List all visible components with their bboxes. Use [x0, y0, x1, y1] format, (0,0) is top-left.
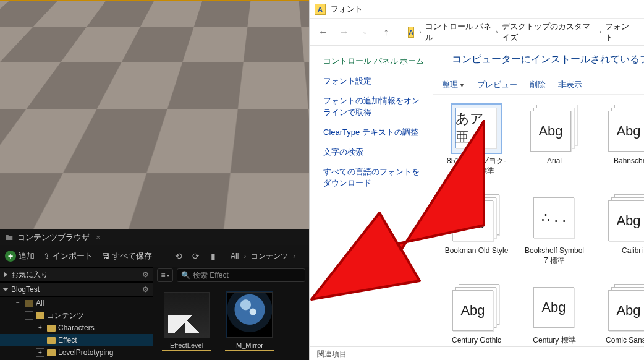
tree-row-levelproto[interactable]: LevelPrototyping — [0, 346, 153, 359]
window-title: A フォント — [310, 0, 644, 19]
font-folder-icon: A — [315, 4, 326, 15]
font-tile[interactable]: AbgBahnschrift — [600, 105, 644, 176]
font-name: Bookshelf Symbol 7 標準 — [522, 246, 587, 265]
nav-recent-button[interactable]: ⌄ — [358, 24, 373, 40]
nav-forward-button[interactable]: → — [337, 24, 352, 40]
font-tile[interactable]: AbgComic Sans MS — [600, 284, 644, 346]
font-name: Bookman Old Style — [445, 246, 509, 256]
page-heading: コンピューターにインストールされているフォントをプレビ — [433, 48, 644, 75]
folder-browse-icon — [5, 233, 14, 242]
chevron-down-icon: ▼ — [459, 82, 465, 88]
task-pane: コントロール パネル ホーム フォント設定 フォントの追加情報をオンラインで取得… — [310, 46, 433, 360]
footer-related: 関連項目 — [433, 346, 644, 360]
import-button[interactable]: ⇪ インポート — [43, 251, 93, 262]
chevron-right-icon: › — [600, 28, 601, 35]
add-button[interactable]: + 追加 — [5, 251, 35, 262]
nav-up-button[interactable]: ↑ — [378, 24, 393, 40]
tree-row-characters[interactable]: Characters — [0, 322, 153, 334]
search-icon: 🔍 — [181, 271, 190, 280]
toolbar-delete[interactable]: 削除 — [530, 79, 546, 90]
toolbar-preview[interactable]: プレビュー — [477, 79, 517, 90]
font-tile[interactable]: AbgCalibri — [600, 194, 644, 265]
history-fwd-icon[interactable]: ⟳ — [190, 250, 202, 262]
asset-m-mirror[interactable]: M_Mirror — [225, 292, 274, 351]
font-name: Century 標準 — [533, 336, 575, 346]
task-find-char[interactable]: 文字の検索 — [323, 147, 427, 158]
font-name: Bahnschrift — [614, 156, 644, 166]
chevron-right-icon: › — [293, 252, 295, 260]
font-sample: あア亜 — [455, 108, 496, 148]
font-name: Century Gothic — [452, 336, 501, 346]
task-font-settings[interactable]: フォント設定 — [323, 75, 427, 87]
font-sample: Abg — [452, 200, 493, 241]
viewport[interactable]: z — [0, 0, 309, 229]
font-sample: Abg — [608, 200, 644, 241]
history-back-icon[interactable]: ⟲ — [172, 250, 185, 262]
toolbar-hide[interactable]: 非表示 — [558, 79, 582, 90]
save-icon: 🖫 — [101, 252, 109, 261]
font-sample: Abg — [608, 290, 644, 331]
tree-row-effect[interactable]: Effect — [0, 334, 153, 346]
font-sample: ∴ ․ ․ — [533, 197, 574, 238]
font-tile[interactable]: AbgCentury Gothic — [444, 284, 509, 346]
chevron-right-icon: › — [419, 28, 421, 35]
plus-icon: + — [5, 251, 16, 262]
font-name: Calibri — [622, 246, 643, 256]
font-sample: Abg — [533, 287, 574, 328]
folder-icon[interactable]: ▮ — [207, 250, 219, 262]
nav-back-button[interactable]: ← — [316, 24, 331, 40]
content-browser-title: コンテンツブラウザ — [17, 232, 90, 243]
import-icon: ⇪ — [43, 252, 50, 261]
favorites-header[interactable]: お気に入り ⚙ — [0, 267, 153, 282]
asset-search-input[interactable]: 🔍 検索 Effect — [177, 268, 305, 282]
font-tile[interactable]: AbgCentury 標準 — [522, 284, 587, 346]
task-cp-home[interactable]: コントロール パネル ホーム — [323, 56, 427, 67]
chevron-down-icon — [2, 288, 9, 291]
font-tile[interactable]: あア亜851チカラヅヨク-かなA 標準 — [444, 105, 509, 176]
font-name: 851チカラヅヨク-かなA 標準 — [444, 156, 509, 176]
chevron-right-icon: › — [244, 252, 246, 260]
font-sample: Abg — [608, 111, 644, 152]
font-tile[interactable]: AbgArial — [522, 105, 587, 176]
task-cleartype[interactable]: ClearType テキストの調整 — [323, 127, 427, 138]
tree-row-contents[interactable]: コンテンツ — [0, 309, 153, 322]
font-sample: Abg — [530, 111, 571, 152]
breadcrumb[interactable]: All › コンテンツ › — [231, 251, 295, 262]
tree-row-all[interactable]: All — [0, 297, 153, 309]
asset-effectlevel[interactable]: EffectLevel — [162, 292, 211, 351]
project-header[interactable]: BlogTest ⚙ — [0, 282, 153, 297]
chevron-right-icon — [4, 272, 7, 278]
task-download-fonts[interactable]: すべての言語のフォントをダウンロード — [323, 166, 427, 189]
close-tab-icon[interactable]: × — [96, 233, 101, 242]
font-name: Comic Sans MS — [606, 336, 644, 346]
address-breadcrumb[interactable]: A › コントロール パネル › デスクトップのカスタマイズ › フォント — [399, 20, 638, 45]
axis-gizmo: z — [11, 191, 36, 215]
content-browser-tab[interactable]: コンテンツブラウザ × — [0, 229, 309, 245]
gear-icon[interactable]: ⚙ — [142, 285, 149, 294]
save-all-button[interactable]: 🖫 すべて保存 — [101, 251, 152, 262]
toolbar-organize[interactable]: 整理▼ — [442, 79, 465, 90]
chevron-right-icon: › — [496, 28, 498, 35]
font-name: Arial — [547, 156, 562, 166]
filter-button[interactable]: ≡▾ — [157, 268, 173, 282]
asset-grid: EffectLevel M_Mirror — [153, 283, 309, 360]
font-tile[interactable]: AbgBookman Old Style — [444, 194, 509, 265]
task-font-online[interactable]: フォントの追加情報をオンラインで取得 — [323, 95, 427, 118]
font-sample: Abg — [452, 290, 493, 331]
font-tile[interactable]: ∴ ․ ․Bookshelf Symbol 7 標準 — [522, 194, 587, 265]
gear-icon[interactable]: ⚙ — [142, 270, 149, 279]
source-tree: お気に入り ⚙ BlogTest ⚙ All コンテンツ Characters … — [0, 267, 153, 360]
